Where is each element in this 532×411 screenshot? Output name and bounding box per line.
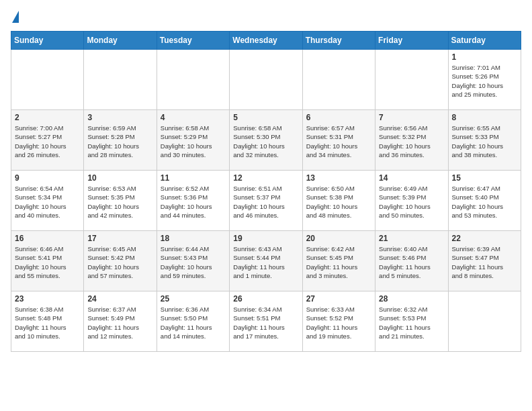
- day-number: 16: [15, 234, 80, 243]
- day-info: Sunrise: 6:47 AM Sunset: 5:40 PM Dayligh…: [452, 184, 517, 220]
- calendar-cell: 16Sunrise: 6:46 AM Sunset: 5:41 PM Dayli…: [11, 231, 84, 291]
- day-number: 5: [233, 113, 298, 122]
- day-info: Sunrise: 6:55 AM Sunset: 5:33 PM Dayligh…: [452, 124, 517, 159]
- calendar-cell: 25Sunrise: 6:36 AM Sunset: 5:50 PM Dayli…: [157, 291, 229, 352]
- day-info: Sunrise: 6:59 AM Sunset: 5:28 PM Dayligh…: [87, 124, 152, 159]
- calendar-week-1: 1Sunrise: 7:01 AM Sunset: 5:26 PM Daylig…: [11, 50, 521, 110]
- calendar-cell: 22Sunrise: 6:39 AM Sunset: 5:47 PM Dayli…: [448, 231, 521, 291]
- calendar-cell: 11Sunrise: 6:52 AM Sunset: 5:36 PM Dayli…: [157, 171, 229, 231]
- calendar-cell: 2Sunrise: 7:00 AM Sunset: 5:27 PM Daylig…: [11, 110, 84, 171]
- calendar-cell: 3Sunrise: 6:59 AM Sunset: 5:28 PM Daylig…: [84, 110, 157, 171]
- day-number: 13: [306, 173, 371, 183]
- calendar-cell: 15Sunrise: 6:47 AM Sunset: 5:40 PM Dayli…: [448, 171, 521, 231]
- calendar-cell: 19Sunrise: 6:43 AM Sunset: 5:44 PM Dayli…: [230, 231, 302, 291]
- day-number: 26: [233, 294, 298, 304]
- day-info: Sunrise: 6:52 AM Sunset: 5:36 PM Dayligh…: [161, 184, 226, 220]
- day-info: Sunrise: 6:34 AM Sunset: 5:51 PM Dayligh…: [233, 305, 298, 340]
- weekday-header-saturday: Saturday: [448, 32, 521, 50]
- day-number: 20: [306, 234, 371, 243]
- calendar-cell: 20Sunrise: 6:42 AM Sunset: 5:45 PM Dayli…: [302, 231, 375, 291]
- logo: [11, 11, 19, 23]
- day-number: 2: [15, 113, 80, 122]
- day-number: 6: [306, 113, 371, 122]
- calendar-cell: 5Sunrise: 6:58 AM Sunset: 5:30 PM Daylig…: [230, 110, 302, 171]
- day-number: 19: [233, 234, 298, 243]
- day-number: 12: [233, 173, 298, 183]
- weekday-header-sunday: Sunday: [11, 32, 84, 50]
- day-info: Sunrise: 6:46 AM Sunset: 5:41 PM Dayligh…: [15, 244, 80, 280]
- calendar-cell: 8Sunrise: 6:55 AM Sunset: 5:33 PM Daylig…: [448, 110, 521, 171]
- calendar-cell: [230, 50, 302, 110]
- weekday-header-monday: Monday: [84, 32, 157, 50]
- day-number: 3: [87, 113, 152, 122]
- calendar-week-2: 2Sunrise: 7:00 AM Sunset: 5:27 PM Daylig…: [11, 110, 521, 171]
- calendar-cell: 7Sunrise: 6:56 AM Sunset: 5:32 PM Daylig…: [375, 110, 448, 171]
- calendar-week-4: 16Sunrise: 6:46 AM Sunset: 5:41 PM Dayli…: [11, 231, 521, 291]
- calendar-table: SundayMondayTuesdayWednesdayThursdayFrid…: [11, 31, 521, 352]
- calendar-cell: 26Sunrise: 6:34 AM Sunset: 5:51 PM Dayli…: [230, 291, 302, 352]
- day-number: 11: [161, 173, 226, 183]
- day-info: Sunrise: 6:42 AM Sunset: 5:45 PM Dayligh…: [306, 244, 371, 280]
- calendar-week-5: 23Sunrise: 6:38 AM Sunset: 5:48 PM Dayli…: [11, 291, 521, 352]
- day-number: 18: [161, 234, 226, 243]
- weekday-header-friday: Friday: [375, 32, 448, 50]
- day-info: Sunrise: 6:50 AM Sunset: 5:38 PM Dayligh…: [306, 184, 371, 220]
- day-number: 4: [161, 113, 226, 122]
- day-info: Sunrise: 6:45 AM Sunset: 5:42 PM Dayligh…: [87, 244, 152, 280]
- day-info: Sunrise: 6:58 AM Sunset: 5:29 PM Dayligh…: [161, 124, 226, 159]
- calendar-cell: 23Sunrise: 6:38 AM Sunset: 5:48 PM Dayli…: [11, 291, 84, 352]
- day-number: 21: [379, 234, 444, 243]
- calendar-cell: 17Sunrise: 6:45 AM Sunset: 5:42 PM Dayli…: [84, 231, 157, 291]
- calendar-cell: 14Sunrise: 6:49 AM Sunset: 5:39 PM Dayli…: [375, 171, 448, 231]
- day-number: 23: [15, 294, 80, 304]
- day-number: 10: [87, 173, 152, 183]
- day-info: Sunrise: 6:58 AM Sunset: 5:30 PM Dayligh…: [233, 124, 298, 159]
- weekday-header-tuesday: Tuesday: [157, 32, 229, 50]
- calendar-cell: [375, 50, 448, 110]
- calendar-cell: [448, 291, 521, 352]
- day-info: Sunrise: 6:57 AM Sunset: 5:31 PM Dayligh…: [306, 124, 371, 159]
- logo-triangle-icon: [12, 11, 19, 23]
- day-info: Sunrise: 6:51 AM Sunset: 5:37 PM Dayligh…: [233, 184, 298, 220]
- calendar-cell: 9Sunrise: 6:54 AM Sunset: 5:34 PM Daylig…: [11, 171, 84, 231]
- day-number: 17: [87, 234, 152, 243]
- weekday-header-thursday: Thursday: [302, 32, 375, 50]
- page-header: [11, 11, 521, 23]
- calendar-cell: [157, 50, 229, 110]
- day-number: 1: [452, 52, 517, 62]
- calendar-cell: 21Sunrise: 6:40 AM Sunset: 5:46 PM Dayli…: [375, 231, 448, 291]
- calendar-cell: 4Sunrise: 6:58 AM Sunset: 5:29 PM Daylig…: [157, 110, 229, 171]
- day-info: Sunrise: 7:00 AM Sunset: 5:27 PM Dayligh…: [15, 124, 80, 159]
- calendar-cell: 27Sunrise: 6:33 AM Sunset: 5:52 PM Dayli…: [302, 291, 375, 352]
- day-number: 27: [306, 294, 371, 304]
- day-info: Sunrise: 6:33 AM Sunset: 5:52 PM Dayligh…: [306, 305, 371, 340]
- calendar-cell: 1Sunrise: 7:01 AM Sunset: 5:26 PM Daylig…: [448, 50, 521, 110]
- day-info: Sunrise: 6:37 AM Sunset: 5:49 PM Dayligh…: [87, 305, 152, 340]
- calendar-cell: 28Sunrise: 6:32 AM Sunset: 5:53 PM Dayli…: [375, 291, 448, 352]
- day-info: Sunrise: 6:36 AM Sunset: 5:50 PM Dayligh…: [161, 305, 226, 340]
- day-number: 7: [379, 113, 444, 122]
- calendar-cell: 24Sunrise: 6:37 AM Sunset: 5:49 PM Dayli…: [84, 291, 157, 352]
- day-info: Sunrise: 7:01 AM Sunset: 5:26 PM Dayligh…: [452, 63, 517, 99]
- day-number: 9: [15, 173, 80, 183]
- day-info: Sunrise: 6:53 AM Sunset: 5:35 PM Dayligh…: [87, 184, 152, 220]
- day-info: Sunrise: 6:56 AM Sunset: 5:32 PM Dayligh…: [379, 124, 444, 159]
- calendar-cell: 12Sunrise: 6:51 AM Sunset: 5:37 PM Dayli…: [230, 171, 302, 231]
- day-number: 8: [452, 113, 517, 122]
- calendar-cell: 18Sunrise: 6:44 AM Sunset: 5:43 PM Dayli…: [157, 231, 229, 291]
- calendar-cell: 10Sunrise: 6:53 AM Sunset: 5:35 PM Dayli…: [84, 171, 157, 231]
- day-number: 15: [452, 173, 517, 183]
- day-info: Sunrise: 6:44 AM Sunset: 5:43 PM Dayligh…: [161, 244, 226, 280]
- day-info: Sunrise: 6:49 AM Sunset: 5:39 PM Dayligh…: [379, 184, 444, 220]
- day-info: Sunrise: 6:38 AM Sunset: 5:48 PM Dayligh…: [15, 305, 80, 340]
- day-number: 22: [452, 234, 517, 243]
- calendar-cell: 6Sunrise: 6:57 AM Sunset: 5:31 PM Daylig…: [302, 110, 375, 171]
- weekday-header-wednesday: Wednesday: [230, 32, 302, 50]
- day-info: Sunrise: 6:54 AM Sunset: 5:34 PM Dayligh…: [15, 184, 80, 220]
- calendar-week-3: 9Sunrise: 6:54 AM Sunset: 5:34 PM Daylig…: [11, 171, 521, 231]
- calendar-cell: 13Sunrise: 6:50 AM Sunset: 5:38 PM Dayli…: [302, 171, 375, 231]
- calendar-cell: [11, 50, 84, 110]
- day-info: Sunrise: 6:40 AM Sunset: 5:46 PM Dayligh…: [379, 244, 444, 280]
- day-number: 28: [379, 294, 444, 304]
- weekday-header-row: SundayMondayTuesdayWednesdayThursdayFrid…: [11, 32, 521, 50]
